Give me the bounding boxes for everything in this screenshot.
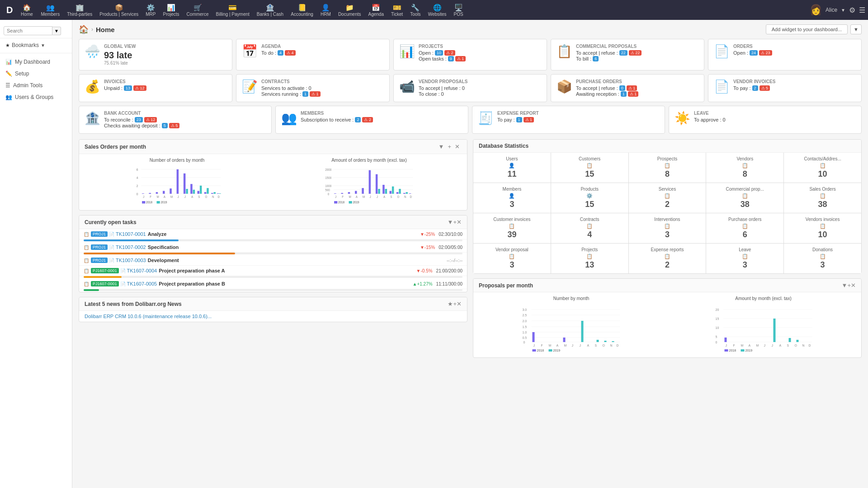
sales-close-button[interactable]: ✕ bbox=[453, 143, 462, 150]
db-stat-vendors-invoices[interactable]: Vendors invoices 📋 10 bbox=[784, 213, 861, 243]
svg-text:2018: 2018 bbox=[537, 349, 544, 352]
db-stat-services[interactable]: Services 📋 2 bbox=[629, 183, 706, 213]
db-stat-interventions[interactable]: Interventions 📋 3 bbox=[629, 213, 706, 243]
db-stat-purchase-orders[interactable]: Purchase orders 📋 6 bbox=[706, 213, 783, 243]
sidebar-item-users-groups[interactable]: 👥 Users & Groups bbox=[0, 91, 72, 103]
svg-text:20: 20 bbox=[716, 308, 719, 311]
db-stat-vendors[interactable]: Vendors 📋 8 bbox=[706, 153, 783, 183]
sales-orders-panel: Sales Orders per month ▼ + ✕ Number of o… bbox=[79, 139, 467, 211]
task-id-link1[interactable]: TK1007-0001 bbox=[116, 231, 146, 237]
card-global-view[interactable]: 🌧️ GLOBAL VIEW 93 late 75.61% late bbox=[79, 39, 232, 70]
tasks-filter-button[interactable]: ▼ bbox=[448, 219, 453, 225]
card-projects[interactable]: 📊 PROJECTS Open : 10 ⚠ 2 Open tasks : 9 … bbox=[393, 39, 547, 70]
nav-item-billing[interactable]: 💳 Billing | Payment bbox=[212, 2, 253, 19]
bookmarks-label[interactable]: Bookmarks bbox=[12, 42, 39, 48]
proposals-close-button[interactable]: ✕ bbox=[851, 282, 856, 289]
news-bookmark-button[interactable]: ★ bbox=[448, 300, 453, 307]
nav-item-ticket[interactable]: 🎫 Ticket bbox=[387, 2, 406, 19]
user-name[interactable]: Alice bbox=[826, 7, 837, 13]
nav-item-accounting[interactable]: 📒 Accounting bbox=[287, 2, 317, 19]
card-leave[interactable]: ☀️ LEAVE To approve : 0 bbox=[669, 106, 862, 134]
db-stat-projects[interactable]: Projects 📋 13 bbox=[551, 244, 628, 273]
card-vendor-proposals[interactable]: 📹 VENDOR PROPOSALS To accept | refuse : … bbox=[393, 74, 547, 102]
svg-rect-16 bbox=[170, 188, 172, 194]
news-add-button[interactable]: + bbox=[453, 300, 457, 307]
db-stat-customer-invoices[interactable]: Customer invoices 📋 39 bbox=[473, 213, 551, 243]
card-expense-report[interactable]: 🧾 EXPENSE REPORT To pay : 1 ⚠ 1 bbox=[472, 106, 665, 134]
nav-item-products[interactable]: 📦 Products | Services bbox=[96, 2, 142, 19]
tasks-add-button[interactable]: + bbox=[453, 219, 457, 225]
pos-icon: 🖥️ bbox=[454, 4, 463, 12]
db-stat-members-label: Members bbox=[477, 187, 547, 192]
card-orders[interactable]: 📄 ORDERS Open : 24 ⚠ 23 bbox=[708, 39, 862, 70]
card-bank-account[interactable]: 🏦 BANK ACCOUNT To reconcile : 23 ⚠ 12 Ch… bbox=[79, 106, 272, 134]
sidebar-item-setup[interactable]: ✏️ Setup bbox=[0, 68, 72, 80]
task-id-link4[interactable]: TK1607-0004 bbox=[127, 268, 157, 273]
breadcrumb-home-icon[interactable]: 🏠 bbox=[79, 24, 89, 34]
card-purchase-orders[interactable]: 📦 PURCHASE ORDERS To accept | refuse : 0… bbox=[551, 74, 704, 102]
db-stat-users[interactable]: Users 👤 11 bbox=[473, 153, 551, 183]
nav-item-agenda[interactable]: 📅 Agenda bbox=[364, 2, 387, 19]
sales-add-button[interactable]: + bbox=[446, 143, 453, 150]
db-stat-customers[interactable]: Customers 📋 15 bbox=[551, 153, 628, 183]
db-stat-vendors-label: Vendors bbox=[710, 156, 780, 161]
bookmarks-dropdown-icon[interactable]: ▼ bbox=[41, 43, 45, 48]
sidebar-item-admin-tools[interactable]: ☰ Admin Tools bbox=[0, 80, 72, 91]
sidebar-item-my-dashboard[interactable]: 📊 My Dashboard bbox=[0, 56, 72, 68]
db-stat-vendor-proposal[interactable]: Vendor proposal 📋 3 bbox=[473, 244, 551, 273]
tasks-close-button[interactable]: ✕ bbox=[457, 219, 462, 225]
nav-item-home[interactable]: 🏠 Home bbox=[16, 2, 37, 19]
nav-item-banks[interactable]: 🏦 Banks | Cash bbox=[253, 2, 287, 19]
card-vendor-invoices[interactable]: 📄 VENDOR INVOICES To pay : 2 ⚠ 5 bbox=[708, 74, 862, 102]
card-agenda[interactable]: 📅 AGENDA To do : 4 ⚠ 4 bbox=[236, 39, 390, 70]
db-stat-expense-reports[interactable]: Expense reports 📋 2 bbox=[629, 244, 706, 273]
db-stat-members[interactable]: Members 👤 3 bbox=[473, 183, 551, 213]
news-close-button[interactable]: ✕ bbox=[457, 300, 462, 307]
db-stat-leave[interactable]: Leave 📋 3 bbox=[706, 244, 783, 273]
logo[interactable]: D bbox=[3, 5, 16, 15]
nav-item-mrp[interactable]: ⚙️ MRP bbox=[142, 2, 159, 19]
svg-rect-153 bbox=[725, 349, 728, 352]
db-stat-sales-orders[interactable]: Sales Orders 📋 38 bbox=[784, 183, 861, 213]
proj-badge-warn1: ⚠ 2 bbox=[444, 50, 455, 56]
search-input[interactable] bbox=[4, 26, 52, 35]
sales-filter-button[interactable]: ▼ bbox=[437, 143, 446, 150]
settings-icon[interactable]: ⚙ bbox=[849, 6, 855, 14]
db-stat-contracts[interactable]: Contracts 📋 4 bbox=[551, 213, 628, 243]
task-name5: Project preparation phase B bbox=[159, 281, 225, 286]
db-stat-donations[interactable]: Donations 📋 3 bbox=[784, 244, 861, 273]
card-contracts[interactable]: 📝 CONTRACTS Services to activate : 0 Ser… bbox=[236, 74, 390, 102]
add-widget-dropdown-icon[interactable]: ▼ bbox=[850, 24, 862, 34]
table-row: 📋 PROJ1 📄 TK1007-0003 Development --:--/… bbox=[79, 255, 467, 266]
task-id-link2[interactable]: TK1007-0002 bbox=[116, 244, 146, 250]
card-invoices[interactable]: 💰 INVOICES Unpaid : 13 ⚠ 12 bbox=[79, 74, 232, 102]
proposals-filter-button[interactable]: ▼ bbox=[842, 282, 848, 289]
svg-rect-65 bbox=[378, 189, 380, 194]
nav-item-websites[interactable]: 🌐 Websites bbox=[425, 2, 450, 19]
user-dropdown-icon[interactable]: ▼ bbox=[841, 8, 845, 13]
search-dropdown-button[interactable]: ▼ bbox=[52, 27, 61, 35]
nav-item-tools[interactable]: 🔧 Tools bbox=[406, 2, 424, 19]
db-stat-products[interactable]: Products ⚙️ 15 bbox=[551, 183, 628, 213]
news-item[interactable]: Dolibarr ERP CRM 10.0.6 (maintenance rel… bbox=[79, 311, 467, 322]
task-id-link5[interactable]: TK1607-0005 bbox=[127, 281, 157, 286]
nav-item-commerce[interactable]: 🛒 Commerce bbox=[183, 2, 212, 19]
nav-item-pos[interactable]: 🖥️ POS bbox=[450, 2, 467, 19]
svg-text:2.0: 2.0 bbox=[523, 319, 527, 323]
nav-item-projects[interactable]: 📊 Projects bbox=[159, 2, 183, 19]
nav-item-documents[interactable]: 📁 Documents bbox=[335, 2, 365, 19]
db-stat-contacts[interactable]: Contacts/Addres... 📋 10 bbox=[784, 153, 861, 183]
svg-rect-140 bbox=[797, 340, 799, 342]
card-members[interactable]: 👥 MEMBERS Subscription to receive : 2 ⚠ … bbox=[275, 106, 468, 134]
card-commercial-proposals[interactable]: 📋 COMMERCIAL PROPOSALS To accept | refus… bbox=[551, 39, 704, 70]
db-stat-prospects[interactable]: Prospects 📋 8 bbox=[629, 153, 706, 183]
db-stat-commercial-prop[interactable]: Commercial prop... 📋 38 bbox=[706, 183, 783, 213]
proposals-add-button[interactable]: + bbox=[847, 282, 851, 289]
add-widget-button[interactable]: Add widget to your dashboard... bbox=[766, 24, 848, 34]
proposals-amount-chart: 20 15 10 5 0 bbox=[669, 303, 858, 352]
task-id-link3[interactable]: TK1007-0003 bbox=[116, 258, 146, 263]
nav-item-members[interactable]: 👥 Members bbox=[37, 2, 63, 19]
menu-icon[interactable]: ☰ bbox=[859, 6, 865, 14]
nav-item-hrm[interactable]: 👤 HRM bbox=[317, 2, 335, 19]
nav-item-third-parties[interactable]: 🏢 Third-parties bbox=[63, 2, 96, 19]
